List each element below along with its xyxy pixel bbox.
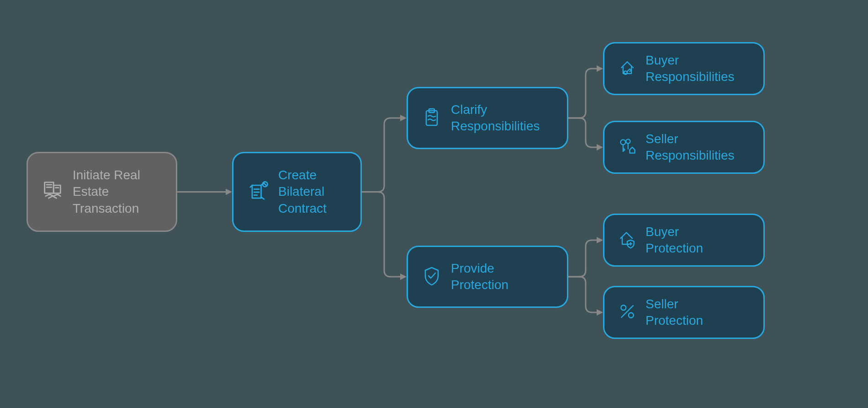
node-buyer-protection: Buyer Protection [603, 214, 765, 267]
node-buyer-responsibilities: Buyer Responsibilities [603, 42, 765, 95]
diagram-canvas: Initiate Real Estate Transaction Create … [0, 0, 868, 408]
node-seller-responsibilities: Seller Responsibilities [603, 121, 765, 174]
node-create-contract: Create Bilateral Contract [232, 152, 362, 232]
percent-icon [617, 301, 637, 323]
svg-point-24 [621, 305, 626, 310]
node-label: Provide Protection [451, 260, 508, 294]
node-label: Initiate Real Estate Transaction [73, 167, 140, 217]
svg-point-21 [626, 139, 630, 143]
svg-point-25 [629, 313, 634, 318]
node-seller-protection: Seller Protection [603, 286, 765, 339]
node-label: Buyer Responsibilities [646, 52, 735, 86]
node-label: Clarify Responsibilities [451, 102, 540, 135]
clipboard-icon [421, 106, 443, 130]
house-key-icon [617, 58, 637, 80]
node-provide-protection: Provide Protection [407, 246, 568, 308]
shield-icon [421, 265, 443, 289]
handshake-icon [41, 179, 64, 205]
node-label: Seller Responsibilities [646, 131, 735, 164]
svg-rect-10 [53, 185, 60, 193]
contract-icon [246, 179, 270, 205]
node-label: Seller Protection [646, 296, 703, 329]
svg-marker-6 [597, 309, 603, 316]
svg-marker-0 [226, 189, 232, 195]
svg-marker-2 [400, 274, 407, 280]
svg-point-20 [620, 140, 625, 145]
svg-marker-5 [597, 237, 603, 243]
node-label: Buyer Protection [646, 224, 703, 257]
svg-line-26 [621, 306, 633, 317]
node-label: Create Bilateral Contract [278, 167, 327, 217]
keys-house-icon [617, 136, 637, 158]
svg-marker-4 [597, 144, 603, 150]
svg-marker-3 [597, 65, 603, 72]
svg-marker-1 [400, 115, 407, 121]
node-initiate-transaction: Initiate Real Estate Transaction [26, 152, 177, 232]
node-clarify-responsibilities: Clarify Responsibilities [407, 87, 568, 149]
house-shield-icon [617, 229, 637, 251]
